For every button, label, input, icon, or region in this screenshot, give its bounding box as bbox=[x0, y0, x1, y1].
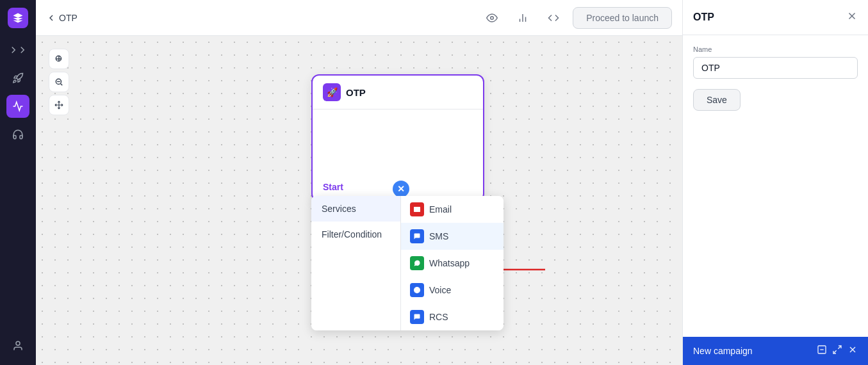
rcs-icon bbox=[410, 310, 424, 324]
sidebar-item-headset[interactable] bbox=[6, 123, 29, 146]
expand-icon[interactable] bbox=[832, 345, 842, 357]
preview-button[interactable] bbox=[480, 6, 504, 29]
email-icon bbox=[410, 202, 424, 216]
svg-line-20 bbox=[833, 350, 837, 353]
new-campaign-bar[interactable]: New campaign bbox=[683, 337, 868, 365]
close-node-button[interactable]: ✕ bbox=[393, 181, 409, 197]
zoom-controls bbox=[49, 49, 69, 115]
service-label-sms: SMS bbox=[429, 231, 448, 241]
context-menu-right: Email SMS Whatsapp bbox=[401, 196, 504, 330]
svg-line-9 bbox=[61, 84, 63, 86]
proceed-to-launch-button[interactable]: Proceed to launch bbox=[573, 7, 672, 29]
service-label-whatsapp: Whatsapp bbox=[429, 258, 470, 268]
minimize-icon[interactable] bbox=[817, 345, 827, 357]
code-button[interactable] bbox=[542, 6, 565, 29]
right-panel: OTP Name Save New campaign bbox=[682, 0, 868, 365]
otp-card-body bbox=[313, 110, 483, 174]
canvas: 🚀 OTP Start ✕ Services Filter/Condition bbox=[36, 36, 682, 365]
field-name-label: Name bbox=[693, 45, 858, 53]
right-panel-close-button[interactable] bbox=[846, 10, 858, 24]
save-button[interactable]: Save bbox=[693, 89, 741, 111]
back-button[interactable]: OTP bbox=[46, 13, 78, 23]
sidebar bbox=[0, 0, 36, 365]
name-input[interactable] bbox=[693, 57, 858, 79]
right-panel-title: OTP bbox=[693, 12, 714, 23]
context-menu-left: Services Filter/Condition bbox=[311, 196, 401, 330]
sms-icon bbox=[410, 229, 424, 243]
close-panel-icon[interactable] bbox=[848, 345, 858, 357]
service-label-rcs: RCS bbox=[429, 312, 448, 322]
svg-point-0 bbox=[16, 341, 20, 345]
voice-icon bbox=[410, 283, 424, 297]
sidebar-logo[interactable] bbox=[8, 8, 28, 28]
svg-line-19 bbox=[838, 346, 841, 349]
start-label: Start bbox=[323, 182, 343, 192]
menu-item-filter[interactable]: Filter/Condition bbox=[311, 222, 400, 247]
topbar: OTP Proceed to launch bbox=[36, 0, 682, 36]
service-item-voice[interactable]: Voice bbox=[401, 277, 504, 304]
sidebar-item-expand[interactable] bbox=[6, 38, 29, 61]
sidebar-item-rocket[interactable] bbox=[6, 67, 29, 90]
zoom-out-button[interactable] bbox=[49, 72, 69, 92]
service-label-voice: Voice bbox=[429, 285, 451, 295]
service-item-rcs[interactable]: RCS bbox=[401, 304, 504, 330]
whatsapp-icon bbox=[410, 256, 424, 270]
otp-card-title: OTP bbox=[346, 87, 366, 98]
topbar-title: OTP bbox=[59, 13, 78, 23]
otp-card-icon: 🚀 bbox=[323, 83, 341, 101]
service-item-whatsapp[interactable]: Whatsapp bbox=[401, 250, 504, 277]
main-content: OTP Proceed to launch bbox=[36, 0, 682, 365]
right-panel-header: OTP bbox=[683, 0, 868, 35]
context-menu: Services Filter/Condition Email bbox=[311, 196, 504, 330]
new-campaign-icons bbox=[817, 345, 858, 357]
analytics-button[interactable] bbox=[511, 6, 534, 29]
sidebar-item-user[interactable] bbox=[6, 334, 29, 357]
service-item-sms[interactable]: SMS bbox=[401, 223, 504, 250]
sidebar-item-campaigns[interactable] bbox=[6, 95, 29, 118]
new-campaign-label: New campaign bbox=[693, 346, 812, 356]
service-item-email[interactable]: Email bbox=[401, 196, 504, 223]
right-panel-body: Name Save bbox=[683, 35, 868, 337]
service-label-email: Email bbox=[429, 204, 452, 215]
otp-card-header: 🚀 OTP bbox=[313, 76, 483, 110]
menu-item-services[interactable]: Services bbox=[311, 196, 400, 222]
move-button[interactable] bbox=[49, 95, 69, 115]
svg-point-1 bbox=[491, 16, 494, 19]
zoom-in-button[interactable] bbox=[49, 49, 69, 69]
